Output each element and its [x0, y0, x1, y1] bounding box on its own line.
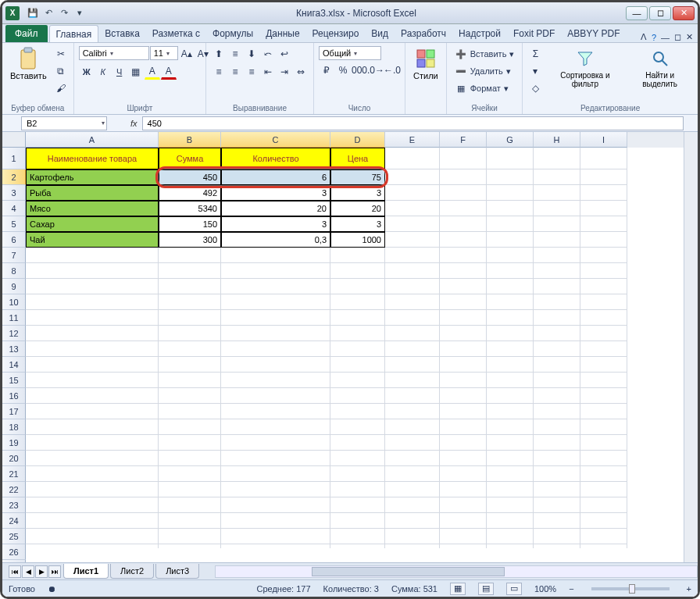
- cell-D17[interactable]: [330, 404, 385, 419]
- select-all-corner[interactable]: [2, 132, 26, 148]
- cell-A19[interactable]: [26, 435, 159, 451]
- cell-G2[interactable]: [487, 169, 534, 185]
- cell-F5[interactable]: [440, 216, 487, 232]
- cell-H22[interactable]: [534, 482, 580, 497]
- cell-C15[interactable]: [221, 373, 330, 388]
- cell-H25[interactable]: [534, 529, 580, 544]
- cell-D19[interactable]: [330, 435, 385, 451]
- align-center-icon[interactable]: ≡: [227, 64, 243, 80]
- row-header-12[interactable]: 12: [2, 326, 26, 341]
- view-pagebreak-icon[interactable]: ▭: [506, 583, 522, 595]
- tab-данные[interactable]: Данные: [259, 25, 305, 42]
- cell-A7[interactable]: [26, 248, 159, 263]
- cell-I24[interactable]: [580, 513, 627, 529]
- cell-C18[interactable]: [221, 419, 330, 435]
- cell-A5[interactable]: Сахар: [26, 216, 159, 232]
- help-icon[interactable]: ?: [652, 33, 656, 42]
- row-header-8[interactable]: 8: [2, 263, 26, 279]
- cell-B4[interactable]: 5340: [159, 201, 221, 216]
- cell-A21[interactable]: [26, 466, 159, 482]
- tab-вид[interactable]: Вид: [365, 25, 395, 42]
- save-icon[interactable]: 💾: [26, 6, 40, 20]
- view-normal-icon[interactable]: ▦: [450, 583, 466, 595]
- clear-icon[interactable]: ◇: [527, 80, 543, 96]
- cell-I13[interactable]: [580, 341, 627, 357]
- cell-B16[interactable]: [159, 388, 221, 404]
- cell-E4[interactable]: [385, 201, 440, 216]
- cell-G21[interactable]: [487, 466, 534, 482]
- cell-C20[interactable]: [221, 451, 330, 466]
- cell-B23[interactable]: [159, 497, 221, 513]
- cell-E24[interactable]: [385, 513, 440, 529]
- row-header-22[interactable]: 22: [2, 482, 26, 497]
- row-header-27[interactable]: 27: [2, 560, 26, 562]
- tab-разметка с[interactable]: Разметка с: [146, 25, 206, 42]
- close-button[interactable]: ✕: [673, 6, 695, 20]
- cell-F16[interactable]: [440, 388, 487, 404]
- cell-G17[interactable]: [487, 404, 534, 419]
- merge-center-icon[interactable]: ⇔: [293, 64, 309, 80]
- cell-E7[interactable]: [385, 248, 440, 263]
- sheet-nav-prev[interactable]: ◀: [22, 565, 34, 578]
- cell-H4[interactable]: [534, 201, 580, 216]
- cell-I6[interactable]: [580, 232, 627, 248]
- cell-C23[interactable]: [221, 497, 330, 513]
- cut-icon[interactable]: ✂: [53, 46, 69, 62]
- cell-B12[interactable]: [159, 326, 221, 341]
- cell-I20[interactable]: [580, 451, 627, 466]
- cell-F25[interactable]: [440, 529, 487, 544]
- cell-A26[interactable]: [26, 544, 159, 548]
- row-header-2[interactable]: 2: [2, 169, 26, 185]
- cell-F26[interactable]: [440, 544, 487, 548]
- cell-H1[interactable]: [534, 148, 580, 169]
- borders-icon[interactable]: ▦: [128, 64, 144, 80]
- doc-min-icon[interactable]: —: [661, 33, 670, 42]
- cell-A24[interactable]: [26, 513, 159, 529]
- cell-A22[interactable]: [26, 482, 159, 497]
- column-header-A[interactable]: A: [26, 132, 159, 148]
- cell-I19[interactable]: [580, 435, 627, 451]
- cell-G14[interactable]: [487, 357, 534, 373]
- currency-icon[interactable]: ₽: [319, 62, 334, 78]
- cell-E20[interactable]: [385, 451, 440, 466]
- cell-B9[interactable]: [159, 279, 221, 294]
- cell-G18[interactable]: [487, 419, 534, 435]
- row-header-6[interactable]: 6: [2, 232, 26, 248]
- cell-F14[interactable]: [440, 357, 487, 373]
- sheet-tab-Лист1[interactable]: Лист1: [63, 564, 109, 579]
- cell-C17[interactable]: [221, 404, 330, 419]
- cell-C24[interactable]: [221, 513, 330, 529]
- minimize-button[interactable]: —: [626, 6, 648, 20]
- cell-H2[interactable]: [534, 169, 580, 185]
- cell-F11[interactable]: [440, 310, 487, 326]
- macro-record-icon[interactable]: ⏺: [48, 584, 56, 594]
- sheet-nav-first[interactable]: ⏮: [9, 565, 21, 578]
- cell-B10[interactable]: [159, 294, 221, 310]
- find-select-button[interactable]: Найти и выделить: [627, 46, 693, 90]
- qat-more-icon[interactable]: ▾: [73, 6, 87, 20]
- cell-H16[interactable]: [534, 388, 580, 404]
- cell-I22[interactable]: [580, 482, 627, 497]
- cell-E12[interactable]: [385, 326, 440, 341]
- comma-icon[interactable]: 000: [352, 62, 367, 78]
- row-header-26[interactable]: 26: [2, 544, 26, 560]
- align-top-icon[interactable]: ⬆: [211, 46, 227, 62]
- cell-H24[interactable]: [534, 513, 580, 529]
- cell-A18[interactable]: [26, 419, 159, 435]
- cell-C3[interactable]: 3: [221, 185, 330, 201]
- increase-indent-icon[interactable]: ⇥: [277, 64, 292, 80]
- cell-D12[interactable]: [330, 326, 385, 341]
- column-header-C[interactable]: C: [221, 132, 330, 148]
- cell-C14[interactable]: [221, 357, 330, 373]
- cell-F1[interactable]: [440, 148, 487, 169]
- cell-D7[interactable]: [330, 248, 385, 263]
- sheet-tab-Лист2[interactable]: Лист2: [110, 564, 154, 579]
- cell-H10[interactable]: [534, 294, 580, 310]
- cell-D3[interactable]: 3: [330, 185, 385, 201]
- cell-E23[interactable]: [385, 497, 440, 513]
- cell-F18[interactable]: [440, 419, 487, 435]
- cell-B8[interactable]: [159, 263, 221, 279]
- sort-filter-button[interactable]: Сортировка и фильтр: [546, 46, 623, 90]
- cell-C16[interactable]: [221, 388, 330, 404]
- column-header-B[interactable]: B: [159, 132, 221, 148]
